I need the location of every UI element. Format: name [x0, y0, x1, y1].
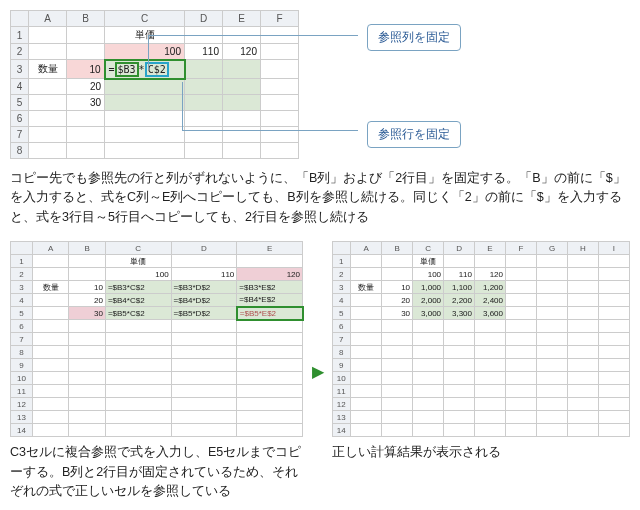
row-1: 1	[11, 27, 29, 44]
l-col-a: A	[32, 242, 69, 255]
l-b4: 20	[69, 294, 106, 307]
l-p1: 110	[171, 268, 237, 281]
caption-right: 正しい計算結果が表示される	[332, 443, 630, 462]
l-r2: 2	[11, 268, 33, 281]
corner	[11, 11, 29, 27]
l-b5: 30	[69, 307, 106, 320]
r-qty: 数量	[351, 281, 382, 294]
l-c4: =$B4*C$2	[105, 294, 171, 307]
row-8: 8	[11, 143, 29, 159]
col-F: F	[261, 11, 299, 27]
l-r1: 1	[11, 255, 33, 268]
arrow-icon: ▶	[310, 362, 326, 381]
l-col-c: C	[105, 242, 171, 255]
bottom-section: A B C D E 1単価 2 100 110 120 3 数量 10 =$B3…	[10, 241, 630, 501]
price-c2: 100	[105, 44, 185, 60]
l-e5: =$B5*E$2	[237, 307, 303, 320]
col-E: E	[223, 11, 261, 27]
l-e3: =$B3*E$2	[237, 281, 303, 294]
l-unit: 単価	[105, 255, 171, 268]
price-e2: 120	[223, 44, 261, 60]
explanation-1: コピー先でも参照先の行と列がずれないように、「B列」および「2行目」を固定する。…	[10, 169, 630, 227]
row-5: 5	[11, 95, 29, 111]
connector-line-2	[182, 130, 358, 131]
top-section: A B C D E F 1 単価 2 100 110 120	[10, 10, 630, 159]
connector-line-2v	[182, 82, 183, 130]
l-e4: =$B4*E$2	[237, 294, 303, 307]
l-qty: 数量	[32, 281, 69, 294]
l-d4: =$B4*D$2	[171, 294, 237, 307]
caption-left: C3セルに複合参照で式を入力し、E5セルまでコピーする。B列と2行目が固定されて…	[10, 443, 304, 501]
left-sheet: A B C D E 1単価 2 100 110 120 3 数量 10 =$B3…	[10, 241, 304, 437]
l-col-d: D	[171, 242, 237, 255]
col-C: C	[105, 11, 185, 27]
l-b3: 10	[69, 281, 106, 294]
col-B: B	[67, 11, 105, 27]
l-d3: =$B3*D$2	[171, 281, 237, 294]
l-col-b: B	[69, 242, 106, 255]
l-p2: 120	[237, 268, 303, 281]
cell-c3-formula[interactable]: =$B3*C$2	[105, 60, 185, 79]
row-3: 3	[11, 60, 29, 79]
l-r5: 5	[11, 307, 33, 320]
price-d2: 110	[185, 44, 223, 60]
connector-line-1	[148, 35, 358, 36]
row-2: 2	[11, 44, 29, 60]
qty-b5: 30	[67, 95, 105, 111]
l-col-e: E	[237, 242, 303, 255]
l-d5: =$B5*D$2	[171, 307, 237, 320]
l-r3: 3	[11, 281, 33, 294]
row-4: 4	[11, 79, 29, 95]
callout-fix-column: 参照列を固定	[367, 24, 461, 51]
l-p0: 100	[105, 268, 171, 281]
r-unit: 単価	[413, 255, 444, 268]
main-sheet: A B C D E F 1 単価 2 100 110 120	[10, 10, 299, 159]
col-D: D	[185, 11, 223, 27]
row-6: 6	[11, 111, 29, 127]
label-qty: 数量	[29, 60, 67, 79]
qty-b4: 20	[67, 79, 105, 95]
right-sheet: A B C D E F G H I 1単価 2 100 110 120 3 数量…	[332, 241, 630, 437]
qty-b3: 10	[67, 60, 105, 79]
connector-line-1v	[148, 35, 149, 70]
col-A: A	[29, 11, 67, 27]
l-c5: =$B5*C$2	[105, 307, 171, 320]
l-r4: 4	[11, 294, 33, 307]
row-7: 7	[11, 127, 29, 143]
l-c3: =$B3*C$2	[105, 281, 171, 294]
callout-fix-row: 参照行を固定	[367, 121, 461, 148]
ref-b3: $B3	[115, 62, 139, 77]
